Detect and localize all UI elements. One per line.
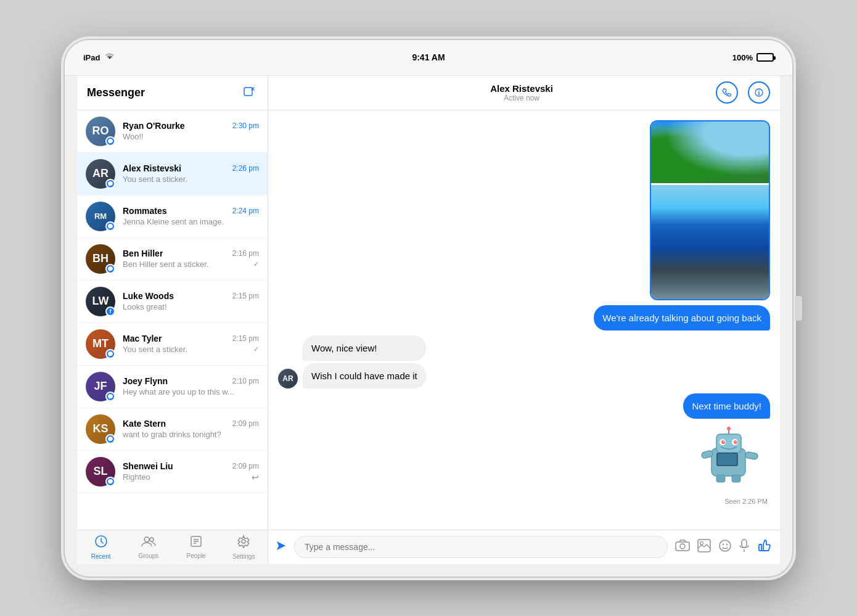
conv-item-mac[interactable]: MT Mac Tyler 2:15 pm You sent a sticker.… [77, 323, 268, 366]
conv-time-alex: 2:26 pm [232, 164, 259, 173]
conv-preview-rommates: Jenna Kleine sent an image. [123, 217, 259, 226]
svg-point-34 [720, 540, 731, 551]
svg-point-10 [242, 540, 245, 543]
conversation-list: RO Ryan O'Rourke 2:30 pm Woo!! [77, 110, 268, 530]
photo-bottom [651, 185, 769, 299]
messenger-badge-mac [105, 349, 115, 359]
conv-name-row-luke: Luke Woods 2:15 pm [123, 291, 259, 301]
image-button[interactable] [697, 539, 711, 556]
conv-time-kate: 2:09 pm [232, 419, 259, 428]
bubble-received2: Wish I could have made it [303, 363, 426, 388]
tab-groups[interactable]: Groups [125, 535, 172, 559]
input-bar [268, 530, 780, 564]
conv-info-ben: Ben Hiller 2:16 pm Ben Hiller sent a sti… [123, 248, 259, 269]
conv-name-mac: Mac Tyler [123, 334, 162, 343]
msg-row-sent1: We're already talking about going back [278, 305, 770, 331]
settings-icon [237, 535, 250, 551]
call-button[interactable] [716, 81, 738, 104]
status-right: 100% [700, 53, 774, 62]
main-content: Messenger RO [77, 76, 780, 564]
conv-preview-luke: Looks great! [123, 302, 259, 311]
messenger-badge-rommates [105, 221, 115, 231]
conv-item-ryan[interactable]: RO Ryan O'Rourke 2:30 pm Woo!! [77, 110, 268, 153]
avatar-wrap-ryan: RO [86, 117, 115, 146]
svg-point-31 [680, 544, 685, 549]
conv-name-ben: Ben Hiller [123, 248, 163, 258]
tab-recent[interactable]: Recent [77, 535, 125, 560]
conv-info-joey: Joey Flynn 2:10 pm Hey what are you up t… [123, 376, 259, 396]
conv-preview-alex: You sent a sticker. [123, 175, 259, 184]
ipad-label: iPad [83, 53, 100, 62]
conv-item-luke[interactable]: LW f Luke Woods 2:15 pm Looks great! [77, 281, 268, 323]
reply-icon-shen: ↩ [252, 472, 259, 482]
conv-preview-ben: Ben Hiller sent a sticker. ✓ [123, 260, 259, 269]
conv-info-ryan: Ryan O'Rourke 2:30 pm Woo!! [123, 121, 259, 141]
battery-icon [757, 53, 774, 62]
conv-time-mac: 2:15 pm [232, 334, 259, 343]
conv-item-shen[interactable]: SL Shenwei Liu 2:09 pm Righteo ↩ [77, 451, 268, 493]
conv-item-alex[interactable]: AR Alex Ristevski 2:26 pm You sent a sti… [77, 153, 268, 195]
chat-header-actions [716, 81, 770, 104]
people-icon [190, 535, 202, 551]
svg-rect-27 [732, 475, 740, 482]
conv-item-joey[interactable]: JF Joey Flynn 2:10 pm Hey what are you u… [77, 366, 268, 408]
conv-item-rommates[interactable]: RM Rommates 2:24 pm Jenna Kleine sent an… [77, 195, 268, 238]
recent-icon [94, 535, 108, 551]
avatar-wrap-ben: BH [86, 244, 115, 274]
mic-button[interactable] [739, 539, 749, 556]
conv-info-mac: Mac Tyler 2:15 pm You sent a sticker. ✓ [123, 334, 259, 354]
conv-preview-kate: want to grab drinks tonight? [123, 430, 259, 439]
conv-name-row-shen: Shenwei Liu 2:09 pm [123, 461, 259, 471]
home-button[interactable] [795, 296, 802, 321]
svg-point-21 [734, 440, 737, 444]
avatar-wrap-kate: KS [86, 414, 115, 444]
emoji-button[interactable] [718, 539, 732, 556]
info-button[interactable] [748, 81, 770, 104]
conv-preview-shen: Righteo ↩ [123, 472, 259, 482]
sidebar-title: Messenger [87, 86, 145, 99]
svg-point-5 [150, 538, 154, 541]
svg-rect-26 [716, 475, 725, 482]
photo-top-scene [651, 121, 769, 183]
conv-item-ben[interactable]: BH Ben Hiller 2:16 pm Ben Hiller sent a … [77, 238, 268, 281]
tab-settings-label: Settings [232, 553, 255, 560]
small-avatar-alex: AR [278, 369, 298, 388]
sidebar-header: Messenger [77, 76, 268, 110]
tab-people[interactable]: People [173, 535, 220, 559]
avatar-wrap-rommates: RM [86, 202, 115, 231]
like-button[interactable] [757, 537, 773, 557]
tab-settings[interactable]: Settings [220, 535, 268, 560]
camera-button[interactable] [675, 540, 690, 555]
avatar-wrap-luke: LW f [86, 287, 115, 316]
conv-preview-mac: You sent a sticker. ✓ [123, 345, 259, 354]
svg-point-4 [144, 537, 149, 542]
svg-rect-37 [742, 540, 747, 548]
groups-icon [141, 535, 156, 551]
svg-rect-29 [745, 451, 758, 459]
svg-point-22 [723, 441, 724, 442]
check-ben: ✓ [253, 260, 259, 268]
seen-text: Seen 2:26 PM [278, 498, 770, 505]
svg-rect-32 [698, 540, 710, 552]
sticker-area [696, 424, 770, 491]
compose-button[interactable] [240, 84, 258, 101]
conv-info-shen: Shenwei Liu 2:09 pm Righteo ↩ [123, 461, 259, 482]
svg-point-23 [736, 441, 737, 442]
avatar-wrap-mac: MT [86, 329, 115, 359]
msg-row-sent2: Next time buddy! [278, 393, 770, 419]
sidebar: Messenger RO [77, 76, 268, 564]
avatar-wrap-shen: SL [86, 457, 115, 487]
conv-info-alex: Alex Ristevski 2:26 pm You sent a sticke… [123, 163, 259, 184]
conv-name-shen: Shenwei Liu [123, 461, 173, 471]
photo-bottom-scene [651, 185, 769, 299]
svg-point-13 [758, 90, 760, 91]
conv-item-kate[interactable]: KS Kate Stern 2:09 pm want to grab drink… [77, 408, 268, 451]
conv-time-luke: 2:15 pm [232, 292, 259, 300]
ipad-frame: iPad 9:41 AM 100% Messenger [65, 40, 792, 577]
message-input[interactable] [294, 536, 668, 558]
messenger-badge-ryan [105, 136, 115, 146]
status-left: iPad [83, 53, 157, 62]
wifi-icon [105, 53, 115, 62]
svg-point-33 [700, 541, 703, 544]
send-button[interactable] [276, 540, 287, 554]
